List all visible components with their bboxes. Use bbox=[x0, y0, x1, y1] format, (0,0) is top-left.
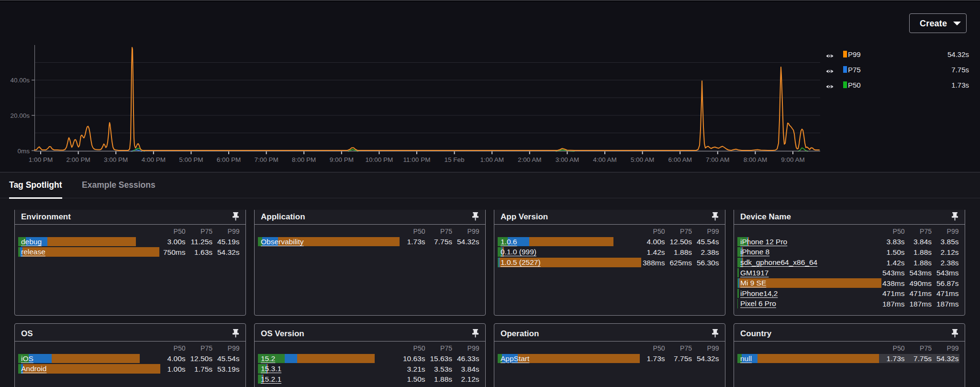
svg-text:9:00 AM: 9:00 AM bbox=[781, 156, 805, 163]
svg-text:3:00 AM: 3:00 AM bbox=[556, 156, 579, 163]
svg-text:7:00 PM: 7:00 PM bbox=[254, 156, 278, 163]
svg-text:2:00 PM: 2:00 PM bbox=[66, 156, 90, 163]
svg-text:10:00 PM: 10:00 PM bbox=[366, 156, 393, 163]
svg-text:8:00 AM: 8:00 AM bbox=[744, 156, 768, 163]
svg-text:15 Feb: 15 Feb bbox=[445, 156, 465, 163]
svg-text:40.00s: 40.00s bbox=[10, 77, 30, 84]
svg-text:6:00 AM: 6:00 AM bbox=[668, 156, 692, 163]
svg-text:7:00 AM: 7:00 AM bbox=[706, 156, 730, 163]
svg-text:3:00 PM: 3:00 PM bbox=[104, 156, 128, 163]
svg-text:1:00 AM: 1:00 AM bbox=[480, 156, 504, 163]
svg-text:1:00 PM: 1:00 PM bbox=[29, 156, 53, 163]
svg-text:2:00 AM: 2:00 AM bbox=[518, 156, 542, 163]
svg-text:5:00 PM: 5:00 PM bbox=[179, 156, 203, 163]
svg-text:0ms: 0ms bbox=[17, 148, 30, 155]
svg-text:4:00 PM: 4:00 PM bbox=[142, 156, 166, 163]
svg-text:20.00s: 20.00s bbox=[10, 112, 30, 119]
svg-text:11:00 PM: 11:00 PM bbox=[403, 156, 431, 163]
svg-text:5:00 AM: 5:00 AM bbox=[631, 156, 655, 163]
svg-text:6:00 PM: 6:00 PM bbox=[217, 156, 241, 163]
svg-text:8:00 PM: 8:00 PM bbox=[292, 156, 316, 163]
svg-text:4:00 AM: 4:00 AM bbox=[593, 156, 617, 163]
svg-text:9:00 PM: 9:00 PM bbox=[330, 156, 354, 163]
